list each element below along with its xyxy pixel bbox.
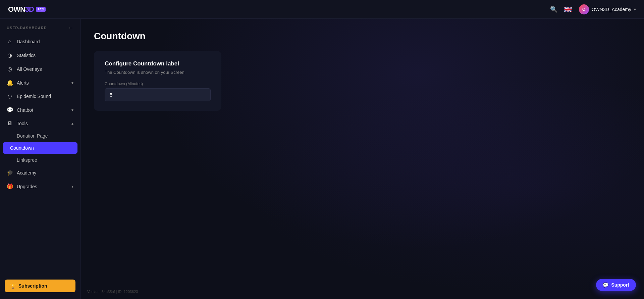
epidemic-sound-icon: ◌ xyxy=(7,93,13,99)
field-label: Countdown (Minutes) xyxy=(105,82,211,86)
topbar-right: 🔍 🇬🇧 O OWN3D_Academy ▾ xyxy=(550,4,636,14)
page-title: Countdown xyxy=(94,31,631,42)
subscription-icon: 🏆 xyxy=(10,283,16,289)
sidebar-nav: ⌂ Dashboard ◑ Statistics ◎ All Overlays … xyxy=(0,35,80,276)
sidebar-item-statistics[interactable]: ◑ Statistics xyxy=(0,48,80,62)
home-icon: ⌂ xyxy=(7,39,13,45)
main-layout: USER-DASHBOARD ← ⌂ Dashboard ◑ Statistic… xyxy=(0,19,644,299)
sidebar-item-label: Chatbot xyxy=(17,107,33,113)
sidebar-item-all-overlays[interactable]: ◎ All Overlays xyxy=(0,62,80,76)
tools-icon: 🖥 xyxy=(7,120,13,127)
sidebar-header: USER-DASHBOARD ← xyxy=(0,19,80,35)
logo[interactable]: OWN3D PRO xyxy=(8,5,46,14)
support-button[interactable]: 💬 Support xyxy=(596,279,636,291)
countdown-minutes-input[interactable] xyxy=(105,88,211,101)
sidebar-item-chatbot[interactable]: 💬 Chatbot ▾ xyxy=(0,103,80,117)
sidebar-item-linkspree[interactable]: Linkspree xyxy=(0,154,80,166)
sub-nav-label: Donation Page xyxy=(17,133,48,139)
support-icon: 💬 xyxy=(603,282,608,288)
config-card-title: Configure Countdown label xyxy=(105,60,211,67)
chevron-down-icon: ▾ xyxy=(71,108,73,112)
statistics-icon: ◑ xyxy=(7,52,13,58)
chevron-down-icon: ▾ xyxy=(71,184,73,189)
search-icon[interactable]: 🔍 xyxy=(550,6,557,13)
subscription-button[interactable]: 🏆 Subscription xyxy=(5,280,75,292)
sidebar-item-label: Dashboard xyxy=(17,39,40,44)
user-menu[interactable]: O OWN3D_Academy ▾ xyxy=(579,4,636,14)
sidebar-item-epidemic-sound[interactable]: ◌ Epidemic Sound xyxy=(0,90,80,103)
topbar: OWN3D PRO 🔍 🇬🇧 O OWN3D_Academy ▾ xyxy=(0,0,644,19)
sidebar-item-tools[interactable]: 🖥 Tools ▴ xyxy=(0,117,80,130)
alerts-icon: 🔔 xyxy=(7,80,13,86)
language-flag[interactable]: 🇬🇧 xyxy=(564,5,573,14)
overlays-icon: ◎ xyxy=(7,66,13,72)
sidebar-item-countdown[interactable]: Countdown xyxy=(3,142,77,154)
sidebar-item-label: Academy xyxy=(17,170,36,176)
sidebar-item-alerts[interactable]: 🔔 Alerts ▾ xyxy=(0,76,80,90)
sub-nav-label: Linkspree xyxy=(17,157,37,163)
sidebar-item-label: All Overlays xyxy=(17,66,42,72)
config-card-description: The Countdown is shown on your Screen. xyxy=(105,70,211,75)
sidebar-title: USER-DASHBOARD xyxy=(7,26,47,30)
academy-icon: 🎓 xyxy=(7,169,13,176)
main-content: Countdown Configure Countdown label The … xyxy=(80,19,644,299)
config-card: Configure Countdown label The Countdown … xyxy=(94,51,221,111)
sidebar-item-academy[interactable]: 🎓 Academy xyxy=(0,166,80,180)
support-label: Support xyxy=(611,282,629,288)
sidebar-item-upgrades[interactable]: 🎁 Upgrades ▾ xyxy=(0,180,80,193)
upgrades-icon: 🎁 xyxy=(7,183,13,190)
version-text: Version: 54a35af | ID: 1203623 xyxy=(87,290,138,294)
sidebar-item-label: Alerts xyxy=(17,80,29,86)
sidebar-item-label: Tools xyxy=(17,121,28,126)
sub-nav-label: Countdown xyxy=(10,145,34,151)
sidebar-item-label: Statistics xyxy=(17,53,36,58)
sidebar-item-dashboard[interactable]: ⌂ Dashboard xyxy=(0,35,80,48)
chatbot-icon: 💬 xyxy=(7,107,13,113)
chevron-down-icon: ▾ xyxy=(71,81,73,85)
avatar: O xyxy=(579,4,589,14)
pro-badge: PRO xyxy=(36,7,46,12)
sidebar-item-donation-page[interactable]: Donation Page xyxy=(0,130,80,142)
sidebar-item-label: Epidemic Sound xyxy=(17,94,51,99)
user-name: OWN3D_Academy xyxy=(592,7,631,12)
collapse-icon[interactable]: ← xyxy=(68,25,73,31)
subscription-label: Subscription xyxy=(18,283,47,289)
sidebar: USER-DASHBOARD ← ⌂ Dashboard ◑ Statistic… xyxy=(0,19,80,299)
chevron-up-icon: ▴ xyxy=(71,121,73,126)
chevron-down-icon: ▾ xyxy=(634,7,636,12)
logo-text: OWN3D xyxy=(8,5,34,14)
sidebar-item-label: Upgrades xyxy=(17,184,37,189)
